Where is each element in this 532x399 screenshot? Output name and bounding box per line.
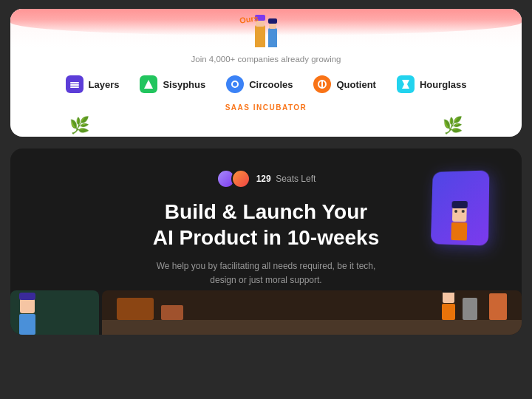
- svg-rect-2: [70, 86, 79, 88]
- heading-line-2: AI Product in 10-weeks: [153, 226, 380, 249]
- hourglass-label: Hourglass: [420, 79, 467, 90]
- svg-marker-3: [144, 80, 153, 89]
- svg-rect-0: [70, 82, 79, 83]
- seats-count: 129: [256, 174, 271, 184]
- svg-point-4: [232, 81, 238, 87]
- hourglass-icon: [397, 75, 415, 93]
- device-frame: [431, 170, 490, 245]
- bottom-scene: [10, 290, 522, 335]
- circooles-label: Circooles: [249, 79, 293, 90]
- company-circooles: Circooles: [226, 75, 293, 93]
- sisyphus-icon: [140, 75, 157, 93]
- avatar-stack: [216, 169, 250, 188]
- sub-description: We help you by facilitating all needs re…: [155, 259, 377, 287]
- saas-label: SAAS INCUBATOR: [10, 103, 522, 116]
- tagline-text: Join 4,000+ companies already growing: [10, 47, 522, 69]
- plants-decoration: 🌿 🌿: [10, 116, 522, 137]
- character-device: [430, 171, 504, 259]
- companies-bar: Layers Sisyphus Circooles: [10, 69, 522, 103]
- heading-line-1: Build & Launch Your: [165, 200, 367, 223]
- company-layers: Layers: [66, 75, 120, 93]
- company-quotient: Quotient: [313, 75, 375, 93]
- plant-right: 🌿: [443, 116, 463, 137]
- company-sisyphus: Sisyphus: [140, 75, 205, 93]
- company-hourglass: Hourglass: [397, 75, 467, 93]
- bottom-section: 129 Seats Left Build & Launch Your AI Pr…: [10, 149, 522, 335]
- scene-left: [10, 290, 99, 335]
- svg-marker-7: [402, 80, 409, 89]
- circooles-icon: [226, 75, 244, 93]
- hero-banner: Ours: [10, 9, 522, 47]
- svg-rect-1: [70, 84, 79, 86]
- avatar-2: [231, 169, 250, 188]
- layers-label: Layers: [89, 79, 120, 90]
- top-card: Ours Join 4,000+ companies already growi…: [10, 9, 522, 137]
- seats-label-text: Seats Left: [276, 174, 316, 184]
- seats-text: 129 Seats Left: [256, 174, 316, 184]
- plant-left: 🌿: [69, 116, 89, 137]
- quotient-label: Quotient: [336, 79, 375, 90]
- sisyphus-label: Sisyphus: [163, 79, 205, 90]
- scene-right: [102, 290, 522, 335]
- quotient-icon: [313, 75, 331, 93]
- layers-icon: [66, 75, 83, 93]
- game-floor: [102, 320, 522, 335]
